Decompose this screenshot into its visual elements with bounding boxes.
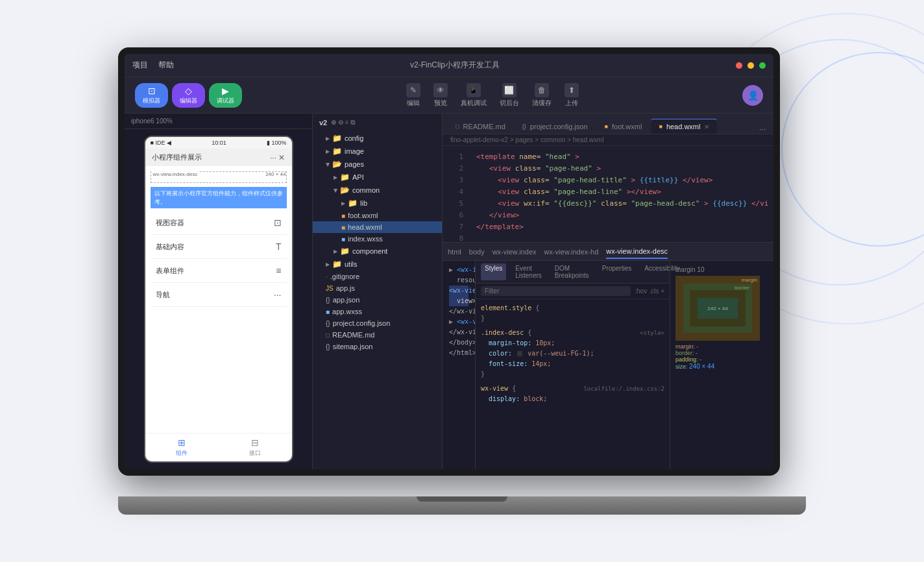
user-avatar[interactable]: 👤 <box>742 85 763 106</box>
line-num-5: 5 <box>443 198 468 210</box>
tool-clear-cache[interactable]: 🗑 清缓存 <box>532 83 552 108</box>
styles-tab-styles[interactable]: Styles <box>481 263 506 280</box>
style-prop-val-display: block; <box>524 395 547 402</box>
dom-tag-3: <wx-view <box>449 287 475 294</box>
tree-item-index-wxss[interactable]: ■ index.wxss <box>313 233 442 245</box>
simulator-header: iphone6 100% <box>125 114 312 129</box>
tree-label-gitignore: .gitignore <box>330 273 359 280</box>
tree-item-lib[interactable]: ▶ 📁 lib <box>313 197 442 210</box>
styles-filter-input[interactable] <box>481 286 631 296</box>
filter-hov[interactable]: :hov <box>635 287 647 295</box>
dom-code-area[interactable]: ▶ <wx-image class= "index-logo" src= "..… <box>443 261 475 469</box>
title-bar: 项目 帮助 v2-FinClip小程序开发工具 <box>125 54 773 77</box>
tree-item-project-json[interactable]: {} project.config.json <box>313 317 442 329</box>
code-close-3: > <box>631 176 635 184</box>
tree-item-api[interactable]: ▶ 📁 API <box>313 171 442 184</box>
minimize-button[interactable] <box>748 62 754 69</box>
color-swatch <box>517 351 522 356</box>
folder-icon-config: 📁 <box>332 134 342 143</box>
tab-more-button[interactable]: ··· <box>757 125 768 134</box>
menu-project[interactable]: 项目 <box>132 60 148 71</box>
tree-item-app-wxss[interactable]: ■ app.wxss <box>313 306 442 317</box>
folder-icon-lib: 📁 <box>348 199 358 208</box>
styles-panel: Styles Event Listeners DOM Breakpoints P… <box>475 261 670 469</box>
filter-plus[interactable]: + <box>661 287 664 295</box>
code-indent-3 <box>476 176 494 184</box>
tree-item-component[interactable]: ▶ 📁 component <box>313 245 442 258</box>
tree-label-pages: pages <box>345 160 364 168</box>
code-tag-7: </template> <box>476 223 524 231</box>
tree-label-app-wxss: app.wxss <box>332 308 362 315</box>
tab-head-close[interactable]: ✕ <box>704 123 709 130</box>
tab-head-wxml[interactable]: ■ head.wxml ✕ <box>651 119 717 134</box>
device-nav-api[interactable]: ⊟ 接口 <box>219 434 292 461</box>
dom-tab-wx-index[interactable]: wx-view.index <box>492 245 537 258</box>
simulator-button[interactable]: ⊡ 模拟器 <box>135 83 168 108</box>
tree-item-pages[interactable]: ▶ 📂 pages <box>313 158 442 171</box>
style-rule-wx-view: wx-view { localfile:/.index.css:2 displa… <box>481 384 664 404</box>
simulator-panel: iphone6 100% ■ IDE ◀ 10:01 ▮ 100% 小程序组件展… <box>125 114 313 469</box>
tree-item-sitemap[interactable]: {} sitemap.json <box>313 341 442 352</box>
tab-readme[interactable]: □ README.md <box>448 119 513 134</box>
dom-tab-wx-index-desc[interactable]: wx-view.index-desc <box>606 245 668 259</box>
tool-background[interactable]: ⬜ 切后台 <box>500 83 519 108</box>
debugger-button[interactable]: ▶ 调试器 <box>209 83 242 108</box>
styles-tab-dom-breakpoints[interactable]: DOM Breakpoints <box>551 263 593 280</box>
line-num-4: 4 <box>443 186 468 198</box>
tree-label-head-wxml: head.wxml <box>348 223 382 231</box>
dom-tab-body[interactable]: body <box>469 245 485 258</box>
tree-item-utils[interactable]: ▶ 📁 utils <box>313 258 442 271</box>
dim-margin-val: - <box>697 343 699 350</box>
tree-item-foot-wxml[interactable]: ■ foot.wxml <box>313 210 442 221</box>
styles-tab-events[interactable]: Event Listeners <box>511 263 546 280</box>
tab-foot-label: foot.wxml <box>612 123 642 130</box>
tree-item-app-json[interactable]: {} app.json <box>313 294 442 306</box>
tool-upload[interactable]: ⬆ 上传 <box>565 83 579 108</box>
dom-arrow-1: ▶ <box>449 266 457 273</box>
dom-tab-wx-index-hd[interactable]: wx-view.index-hd <box>544 245 599 258</box>
code-content[interactable]: <template name= "head" > <view class= <box>468 146 773 242</box>
device-menu-icon[interactable]: ··· ✕ <box>270 153 285 162</box>
device-list-item-3: 导航 ··· <box>151 283 287 307</box>
close-button[interactable] <box>736 62 742 69</box>
tab-foot-wxml[interactable]: ■ foot.wxml <box>597 119 650 134</box>
tree-item-gitignore[interactable]: · .gitignore <box>313 271 442 282</box>
arrow-common: ▶ <box>333 188 339 192</box>
style-sel-text: element.style <box>481 304 535 312</box>
tree-item-common[interactable]: ▶ 📂 common <box>313 184 442 197</box>
tree-item-config[interactable]: ▶ 📁 config <box>313 132 442 145</box>
style-sel-wx-view: wx-view <box>481 385 512 392</box>
file-icon-app-js: JS <box>326 285 334 292</box>
filter-cls[interactable]: .cls <box>649 287 659 295</box>
tool-real-device[interactable]: 📱 真机调试 <box>461 83 487 108</box>
tree-item-readme[interactable]: □ README.md <box>313 329 442 341</box>
device-battery: ▮ 100% <box>267 140 287 146</box>
tool-edit[interactable]: ✎ 编辑 <box>406 83 420 108</box>
style-prop-display: display: block; <box>481 394 664 404</box>
maximize-button[interactable] <box>759 62 766 69</box>
device-nav-component[interactable]: ⊞ 组件 <box>145 434 219 461</box>
style-brace-2: { <box>528 329 531 336</box>
tree-item-head-wxml[interactable]: ■ head.wxml <box>313 221 442 233</box>
menu-help[interactable]: 帮助 <box>158 60 174 71</box>
toolbar: ⊡ 模拟器 ◇ 编辑器 ▶ 调试器 ✎ 编辑 <box>125 77 773 114</box>
folder-icon-component: 📁 <box>340 247 350 256</box>
code-line-1: <template name= "head" > <box>476 151 766 163</box>
file-icon-head-wxml: ■ <box>341 224 345 231</box>
list-item-label-0: 视图容器 <box>156 218 184 228</box>
tool-preview[interactable]: 👁 预览 <box>433 83 448 108</box>
tree-item-app-js[interactable]: JS app.js <box>313 282 442 294</box>
style-prop-name-fontsize: font-size: <box>489 360 528 367</box>
styles-tab-properties[interactable]: Properties <box>598 263 636 280</box>
component-nav-icon: ⊞ <box>178 437 186 448</box>
tree-item-image[interactable]: ▶ 📁 image <box>313 145 442 158</box>
tab-project-config[interactable]: {} project.config.json <box>515 119 596 134</box>
style-prop-val-fontsize: 14px; <box>531 360 551 367</box>
simulator-device: ■ IDE ◀ 10:01 ▮ 100% 小程序组件展示 ··· ✕ wx-vi… <box>125 129 312 469</box>
dim-padding-label: padding <box>675 356 696 363</box>
dom-tab-html[interactable]: html <box>448 245 461 258</box>
line-numbers: 1 2 3 4 5 6 7 8 <box>443 146 468 242</box>
code-attr-5b: class= <box>601 199 627 208</box>
editor-button[interactable]: ◇ 编辑器 <box>172 83 205 108</box>
style-link-wx[interactable]: localfile:/.index.css:2 <box>583 384 664 394</box>
